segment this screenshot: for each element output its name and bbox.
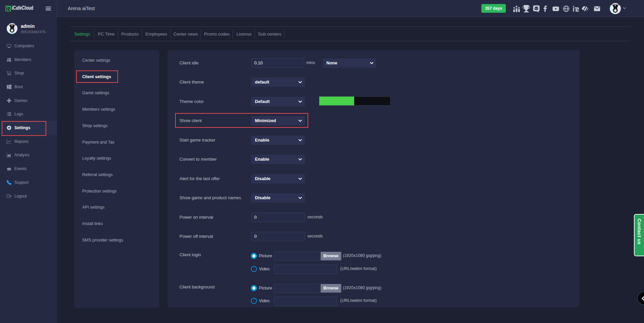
svg-text:PLATINUM: PLATINUM (8, 24, 16, 26)
svg-text:PLATINUM: PLATINUM (611, 4, 620, 6)
